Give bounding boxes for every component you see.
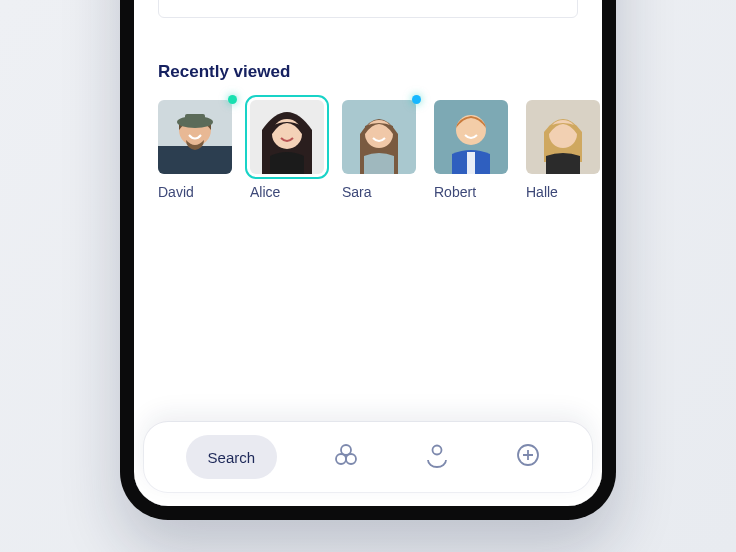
person-card[interactable]: Robert <box>434 100 508 200</box>
person-card[interactable]: Alice <box>250 100 324 200</box>
svg-point-6 <box>272 119 302 149</box>
person-card[interactable]: Halle <box>526 100 600 200</box>
svg-point-10 <box>456 115 486 145</box>
svg-point-16 <box>346 454 356 464</box>
nav-profile-button[interactable] <box>415 435 459 479</box>
nav-search-label: Search <box>208 449 256 466</box>
person-name-label: David <box>158 184 232 200</box>
teams-icon <box>332 441 360 473</box>
person-card[interactable]: David <box>158 100 232 200</box>
svg-point-13 <box>549 120 577 148</box>
avatar <box>526 100 600 174</box>
avatar <box>250 100 324 174</box>
svg-point-8 <box>365 120 393 148</box>
person-name-label: Alice <box>250 184 324 200</box>
svg-rect-4 <box>185 114 205 122</box>
profile-icon <box>423 441 451 473</box>
person-name-label: Halle <box>526 184 600 200</box>
avatar <box>342 100 416 174</box>
status-dot-icon <box>228 95 237 104</box>
plus-circle-icon <box>514 441 542 473</box>
nav-teams-button[interactable] <box>324 435 368 479</box>
phone-frame: By office ❯ Recently viewed <box>120 0 616 520</box>
svg-rect-11 <box>467 152 475 174</box>
svg-point-15 <box>336 454 346 464</box>
phone-screen: By office ❯ Recently viewed <box>134 0 602 506</box>
filter-card: By office ❯ <box>158 0 578 18</box>
avatar <box>158 100 232 174</box>
person-name-label: Sara <box>342 184 416 200</box>
recently-viewed-title: Recently viewed <box>158 62 578 82</box>
filter-row-by-office[interactable]: By office ❯ <box>159 0 577 17</box>
status-dot-icon <box>412 95 421 104</box>
svg-point-17 <box>433 446 442 455</box>
person-name-label: Robert <box>434 184 508 200</box>
svg-rect-1 <box>158 146 232 174</box>
bottom-nav: Search <box>144 422 592 492</box>
nav-search-button[interactable]: Search <box>186 435 278 479</box>
recently-viewed-list[interactable]: David <box>158 100 578 206</box>
nav-add-button[interactable] <box>506 435 550 479</box>
avatar <box>434 100 508 174</box>
person-card[interactable]: Sara <box>342 100 416 200</box>
